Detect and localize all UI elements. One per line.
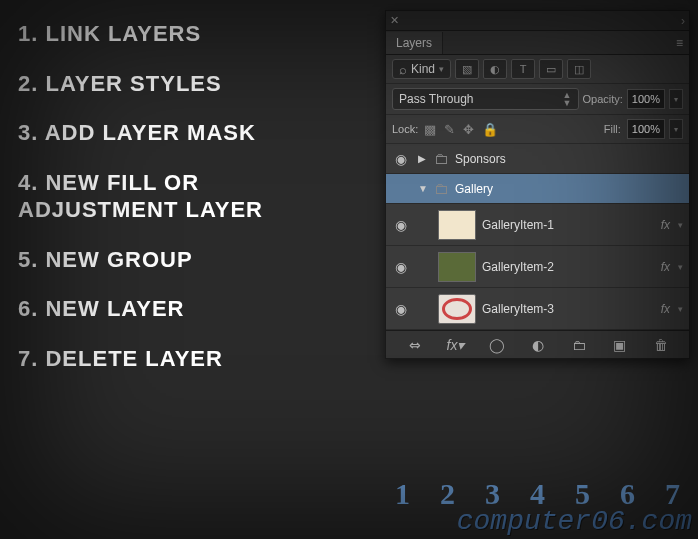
filter-smart-icon[interactable]: ◫ (567, 59, 591, 79)
chevron-down-icon[interactable]: ▾ (678, 220, 683, 230)
legend-item-2: 2. LAYER STYLES (18, 70, 263, 98)
new-group-icon[interactable]: 🗀 (567, 337, 591, 353)
fx-badge[interactable]: fx (661, 260, 670, 274)
legend-item-1: 1. LINK LAYERS (18, 20, 263, 48)
lock-pixels-icon[interactable]: ✎ (444, 122, 455, 137)
collapse-icon[interactable]: › (681, 14, 685, 28)
blend-mode-value: Pass Through (399, 92, 474, 106)
layer-styles-icon[interactable]: fx▾ (444, 337, 468, 353)
filter-shape-icon[interactable]: ▭ (539, 59, 563, 79)
legend-item-5: 5. NEW GROUP (18, 246, 263, 274)
layer-thumbnail (438, 210, 476, 240)
lock-position-icon[interactable]: ✥ (463, 122, 474, 137)
layers-panel: ✕ › Layers ≡ Kind ▾ ▧ ◐ T ▭ ◫ Pass Throu… (385, 10, 690, 359)
delete-layer-icon[interactable]: 🗑 (649, 337, 673, 353)
fx-badge[interactable]: fx (661, 302, 670, 316)
fill-value: 100% (632, 123, 660, 135)
add-mask-icon[interactable]: ◯ (485, 337, 509, 353)
chevron-down-icon[interactable]: ▾ (678, 304, 683, 314)
select-arrows-icon: ▲▼ (563, 91, 572, 107)
folder-icon: 🗀 (434, 150, 449, 167)
layer-name: GalleryItem-1 (482, 218, 554, 232)
lock-all-icon[interactable]: 🔒 (482, 122, 498, 137)
visibility-toggle[interactable]: ◉ (390, 259, 412, 275)
fx-badge[interactable]: fx (661, 218, 670, 232)
lock-label: Lock: (392, 123, 418, 135)
lock-transparency-icon[interactable]: ▩ (424, 122, 436, 137)
layer-name: Sponsors (455, 152, 506, 166)
visibility-toggle[interactable]: ◉ (390, 217, 412, 233)
filter-type-icon[interactable]: T (511, 59, 535, 79)
legend-item-3: 3. ADD LAYER MASK (18, 119, 263, 147)
layer-group-sponsors[interactable]: ◉ ▶ 🗀 Sponsors (386, 144, 689, 174)
opacity-value: 100% (632, 93, 660, 105)
panel-tabs: Layers ≡ (386, 31, 689, 55)
panel-titlebar: ✕ › (386, 11, 689, 31)
opacity-label: Opacity: (583, 93, 623, 105)
layer-item-2[interactable]: ◉ GalleryItem-2 fx ▾ (386, 246, 689, 288)
filter-pixel-icon[interactable]: ▧ (455, 59, 479, 79)
fill-label: Fill: (604, 123, 621, 135)
opacity-dropdown-icon[interactable]: ▾ (669, 89, 683, 109)
layer-item-3[interactable]: ◉ GalleryItem-3 fx ▾ (386, 288, 689, 330)
filter-adjustment-icon[interactable]: ◐ (483, 59, 507, 79)
layers-list: ◉ ▶ 🗀 Sponsors ▼ 🗀 Gallery ◉ GalleryItem… (386, 144, 689, 330)
lock-row: Lock: ▩ ✎ ✥ 🔒 Fill: 100% ▾ (386, 115, 689, 144)
layer-name: Gallery (455, 182, 493, 196)
layer-name: GalleryItem-3 (482, 302, 554, 316)
fill-dropdown-icon[interactable]: ▾ (669, 119, 683, 139)
layer-name: GalleryItem-2 (482, 260, 554, 274)
layer-thumbnail (438, 294, 476, 324)
layer-thumbnail (438, 252, 476, 282)
legend-item-6: 6. NEW LAYER (18, 295, 263, 323)
new-layer-icon[interactable]: ▣ (608, 337, 632, 353)
watermark: computer06.com (457, 506, 692, 537)
legend-item-7: 7. DELETE LAYER (18, 345, 263, 373)
filter-kind-select[interactable]: Kind ▾ (392, 59, 451, 79)
blend-mode-select[interactable]: Pass Through ▲▼ (392, 88, 579, 110)
adjustment-layer-icon[interactable]: ◐ (526, 337, 550, 353)
opacity-input[interactable]: 100% (627, 89, 665, 109)
visibility-toggle[interactable]: ◉ (390, 301, 412, 317)
folder-icon: 🗀 (434, 180, 449, 197)
tab-layers[interactable]: Layers (386, 32, 443, 54)
disclosure-closed-icon[interactable]: ▶ (418, 153, 428, 164)
link-layers-icon[interactable]: ⇔ (403, 337, 427, 353)
panel-footer: ⇔ fx▾ ◯ ◐ 🗀 ▣ 🗑 (386, 330, 689, 358)
visibility-toggle[interactable]: ◉ (390, 151, 412, 167)
filter-row: Kind ▾ ▧ ◐ T ▭ ◫ (386, 55, 689, 84)
fill-input[interactable]: 100% (627, 119, 665, 139)
filter-kind-label: Kind (411, 62, 435, 76)
disclosure-open-icon[interactable]: ▼ (418, 183, 428, 194)
callout-1: 1 (395, 477, 410, 511)
blend-row: Pass Through ▲▼ Opacity: 100% ▾ (386, 84, 689, 115)
layer-item-1[interactable]: ◉ GalleryItem-1 fx ▾ (386, 204, 689, 246)
panel-menu-icon[interactable]: ≡ (670, 36, 689, 50)
chevron-down-icon[interactable]: ▾ (678, 262, 683, 272)
callout-2: 2 (440, 477, 455, 511)
legend-list: 1. LINK LAYERS 2. LAYER STYLES 3. ADD LA… (18, 20, 263, 394)
chevron-down-icon: ▾ (439, 64, 444, 74)
legend-item-4: 4. NEW FILL OR ADJUSTMENT LAYER (18, 169, 263, 224)
close-icon[interactable]: ✕ (390, 14, 399, 27)
layer-group-gallery[interactable]: ▼ 🗀 Gallery (386, 174, 689, 204)
